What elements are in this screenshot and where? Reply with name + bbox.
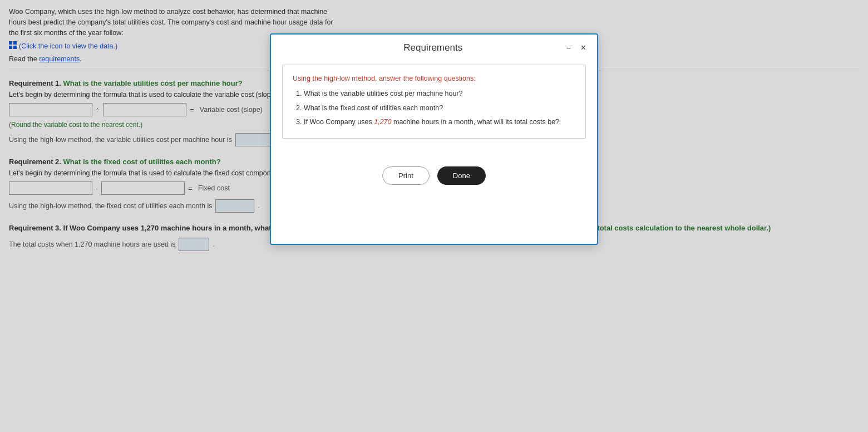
- requirements-box: Using the high-low method, answer the fo…: [282, 65, 586, 139]
- modal-overlay: Requirements − × Using the high-low meth…: [0, 0, 868, 269]
- modal-close-button[interactable]: ×: [579, 43, 588, 53]
- modal-req-item-2-text: What is the fixed cost of utilities each…: [304, 104, 443, 112]
- modal-requirements-list: What is the variable utilities cost per …: [293, 88, 575, 128]
- print-button[interactable]: Print: [382, 166, 430, 185]
- modal-footer: Print Done: [271, 166, 597, 196]
- modal-header: Requirements − ×: [271, 35, 597, 59]
- modal-body: Using the high-low method, answer the fo…: [271, 59, 597, 166]
- requirements-modal: Requirements − × Using the high-low meth…: [270, 33, 598, 245]
- done-button[interactable]: Done: [437, 166, 486, 185]
- modal-using-text: Using the high-low method, answer the fo…: [293, 73, 575, 85]
- modal-title: Requirements: [302, 42, 564, 53]
- highlight-hours: 1,270: [374, 118, 391, 126]
- modal-req-item-1: What is the variable utilities cost per …: [304, 88, 575, 100]
- modal-req-item-3-text: If Woo Company uses 1,270 machine hours …: [304, 118, 559, 126]
- modal-req-item-1-text: What is the variable utilities cost per …: [304, 90, 463, 97]
- modal-req-item-3: If Woo Company uses 1,270 machine hours …: [304, 116, 575, 128]
- modal-minimize-button[interactable]: −: [564, 43, 573, 52]
- modal-controls: − ×: [564, 43, 588, 53]
- modal-req-item-2: What is the fixed cost of utilities each…: [304, 102, 575, 114]
